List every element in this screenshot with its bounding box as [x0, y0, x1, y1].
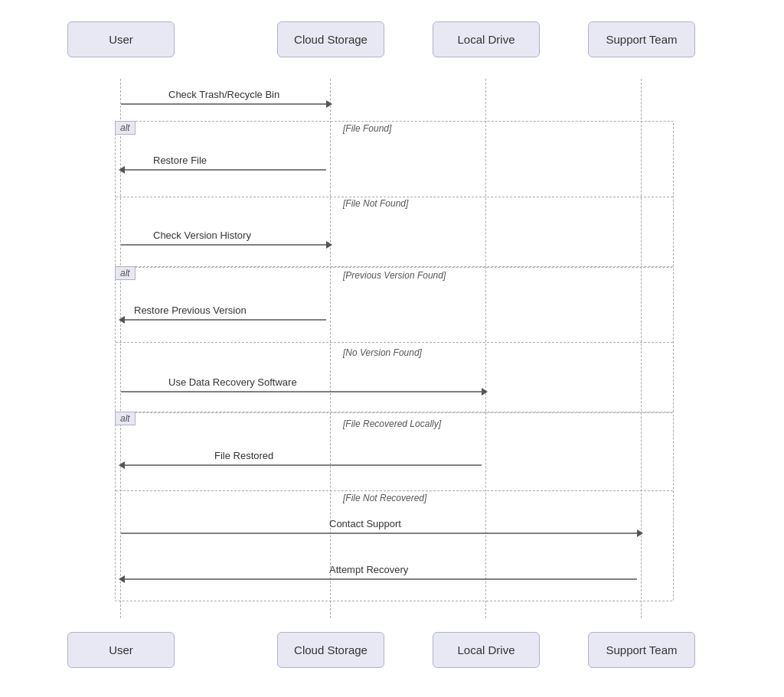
actor-local-bottom: Local Drive: [433, 632, 540, 668]
svg-marker-9: [482, 388, 488, 396]
svg-marker-5: [326, 241, 332, 249]
msg-restore-file: Restore File: [153, 155, 207, 166]
msg-check-trash: Check Trash/Recycle Bin: [168, 89, 279, 100]
svg-marker-3: [119, 166, 125, 174]
cond-file-found: [File Found]: [342, 123, 392, 134]
cond-prev-version: [Previous Version Found]: [342, 270, 446, 281]
cond-no-version: [No Version Found]: [342, 347, 423, 358]
msg-contact-support: Contact Support: [329, 518, 401, 529]
svg-marker-15: [119, 575, 125, 583]
msg-check-version: Check Version History: [153, 230, 251, 241]
actor-cloud-bottom: Cloud Storage: [277, 632, 384, 668]
svg-marker-1: [326, 100, 332, 108]
msg-file-restored: File Restored: [214, 450, 273, 461]
actor-user-bottom: User: [67, 632, 175, 668]
msg-restore-prev: Restore Previous Version: [134, 305, 247, 316]
svg-marker-11: [119, 461, 125, 469]
arrows-svg: Check Trash/Recycle Bin [File Found] Res…: [0, 0, 784, 697]
cond-file-not-found: [File Not Found]: [342, 198, 409, 209]
sequence-diagram: User Cloud Storage Local Drive Support T…: [0, 0, 784, 697]
cond-file-recovered: [File Recovered Locally]: [342, 419, 442, 429]
actor-support-bottom: Support Team: [588, 632, 695, 668]
svg-marker-13: [637, 529, 643, 537]
msg-attempt-recovery: Attempt Recovery: [329, 564, 409, 575]
svg-marker-7: [119, 316, 125, 324]
msg-data-recovery: Use Data Recovery Software: [168, 376, 297, 388]
cond-not-recovered: [File Not Recovered]: [342, 493, 427, 503]
